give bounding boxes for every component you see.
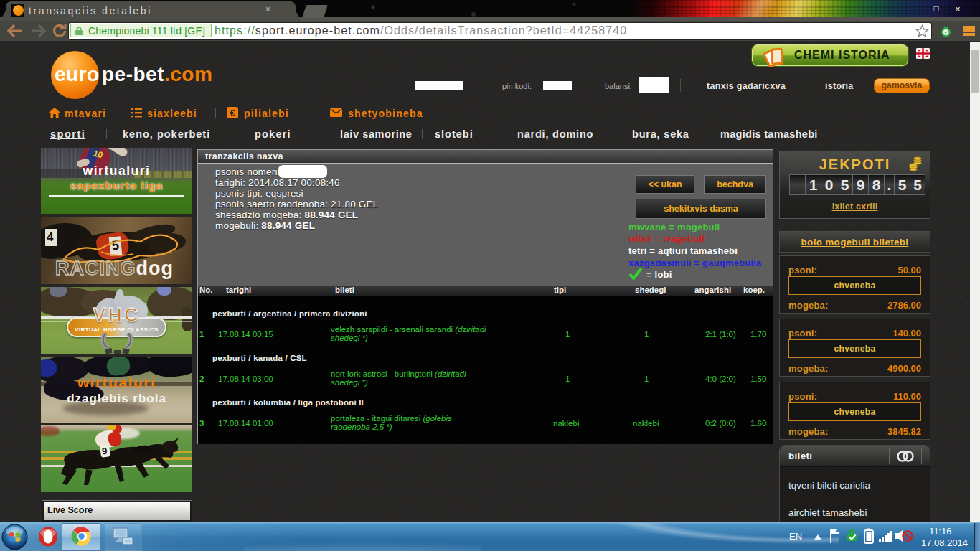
svg-text:€: € [230, 108, 235, 118]
